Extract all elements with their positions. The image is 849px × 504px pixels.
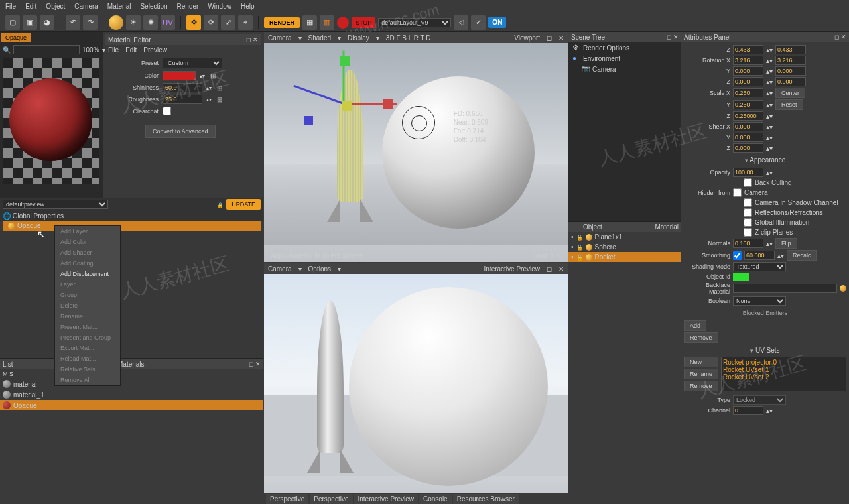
fire-icon[interactable]: ▥ — [320, 15, 334, 30]
move-icon[interactable]: ✥ — [186, 15, 201, 30]
shininess-input[interactable] — [163, 83, 202, 92]
gi-checkbox[interactable] — [744, 218, 752, 227]
spinner-icon[interactable]: ▴▾ — [206, 85, 213, 91]
shearz-input[interactable] — [733, 143, 763, 153]
stop-button[interactable]: STOP — [352, 17, 375, 28]
chevron-down-icon[interactable]: ▾ — [102, 46, 105, 54]
shearx-input[interactable] — [733, 122, 763, 131]
rotz-input[interactable] — [733, 77, 763, 86]
update-button[interactable]: UPDATE — [226, 199, 261, 210]
lock-icon[interactable] — [217, 201, 224, 208]
ctx-item[interactable]: Group — [55, 290, 120, 300]
material-ball-icon[interactable] — [840, 285, 846, 292]
undock-icon[interactable]: ◻ — [246, 36, 251, 43]
tab-interactive-preview[interactable]: Interactive Preview — [354, 494, 418, 504]
menu-file[interactable]: File — [5, 3, 16, 10]
z2-input[interactable] — [775, 45, 806, 54]
sun-icon[interactable]: ✺ — [143, 15, 158, 30]
roughness-input[interactable] — [163, 95, 202, 104]
tab-resources-browser[interactable]: Resources Browser — [453, 494, 519, 504]
close-icon[interactable]: ✕ — [841, 34, 846, 40]
ctx-item[interactable]: Relative Sels — [55, 364, 120, 375]
backculling-checkbox[interactable] — [744, 178, 752, 187]
search-icon[interactable]: 🔍 — [3, 46, 11, 54]
scaley-input[interactable] — [733, 100, 763, 109]
clearcoat-checkbox[interactable] — [163, 107, 171, 115]
light-icon[interactable]: ☀ — [126, 15, 141, 30]
menu-edit[interactable]: Edit — [25, 3, 36, 10]
smoothing-input[interactable] — [744, 251, 775, 260]
material-tab[interactable]: Opaque — [1, 33, 31, 42]
vp-options-menu[interactable]: Options — [308, 265, 331, 273]
tab-perspective[interactable]: Perspective — [266, 494, 308, 504]
me-edit[interactable]: Edit — [125, 46, 137, 54]
default-preview-select[interactable]: defaultpreview — [3, 200, 108, 209]
ctx-item[interactable]: Export Mat... — [55, 343, 120, 353]
rotz2-input[interactable] — [775, 77, 806, 86]
open-icon[interactable]: ▣ — [23, 15, 37, 30]
rotx-input[interactable] — [733, 56, 763, 65]
ctx-item[interactable]: Present Mat... — [55, 322, 120, 332]
me-file[interactable]: File — [108, 46, 119, 54]
close-icon[interactable]: ✕ — [673, 34, 679, 40]
viewport-canvas[interactable]: FD: 0.658Near: 0.609 Far: 0.714Doff: 0.1… — [264, 43, 568, 262]
render-region-icon[interactable]: ▦ — [302, 15, 317, 30]
objectid-swatch[interactable] — [733, 273, 749, 281]
vp-display-menu[interactable]: Display — [348, 34, 369, 42]
on-button[interactable]: ON — [488, 17, 506, 28]
z-input[interactable] — [733, 45, 763, 54]
list-item[interactable]: Opaque — [0, 400, 263, 410]
uvset-item[interactable]: Rocket UVset 2 — [723, 373, 844, 381]
me-preview[interactable]: Preview — [143, 46, 167, 54]
ctx-item-add-displacement[interactable]: Add Displacement — [55, 269, 120, 279]
add-button[interactable]: Add — [684, 320, 706, 331]
sheary-input[interactable] — [733, 133, 763, 142]
uvset-item[interactable]: Rocket projector 0 — [723, 359, 844, 366]
convert-button[interactable]: Convert to Advanced — [145, 125, 216, 138]
redo-icon[interactable]: ↷ — [83, 15, 98, 30]
uv-icon[interactable]: UV — [161, 15, 175, 30]
lock-icon[interactable] — [576, 233, 583, 241]
remove-button[interactable]: Remove — [684, 332, 718, 343]
material-icon[interactable] — [109, 15, 123, 30]
remove-uv-button[interactable]: Remove — [684, 381, 718, 391]
undock-icon[interactable]: ◻ — [249, 361, 253, 367]
save-icon[interactable]: ◕ — [40, 15, 54, 30]
close-icon[interactable]: ✕ — [253, 36, 258, 43]
sphere-object[interactable] — [382, 76, 535, 229]
scene-tree-node[interactable]: ●Environment — [568, 53, 681, 64]
visibility-icon[interactable]: • — [571, 233, 574, 241]
new-button[interactable]: New — [684, 357, 718, 367]
viewport-interactive-preview[interactable]: Camera▾ Options▾ Interactive Preview ◻✕ — [264, 263, 568, 493]
preset-select[interactable]: Custom — [163, 58, 222, 68]
uvset-item[interactable]: Rocket UVset 1 — [723, 366, 844, 373]
vp-camera-menu[interactable]: Camera — [268, 34, 292, 42]
reset-button[interactable]: Reset — [775, 99, 803, 110]
object-row[interactable]: •Sphere — [568, 242, 681, 252]
ctx-item[interactable]: Present and Group — [55, 332, 120, 343]
close-icon[interactable]: ✕ — [558, 265, 564, 273]
opacity-input[interactable] — [733, 168, 763, 177]
menu-camera[interactable]: Camera — [74, 3, 98, 10]
undock-icon[interactable]: ◻ — [547, 34, 552, 42]
rocket-object[interactable] — [330, 70, 370, 229]
vp-camera-menu[interactable]: Camera — [268, 265, 292, 273]
ctx-item[interactable]: Add Shader — [55, 247, 120, 258]
spinner-icon[interactable]: ▴▾ — [200, 73, 206, 79]
material-search-input[interactable] — [13, 45, 80, 54]
layout-select[interactable]: defaultLayout_V9 — [378, 18, 451, 27]
shadingmode-select[interactable]: Textured — [733, 262, 786, 271]
vp-3d-toggles[interactable]: 3D F B L R T D — [386, 34, 431, 42]
vp-shaded-menu[interactable]: Shaded — [308, 34, 331, 42]
ctx-item[interactable]: Delete — [55, 300, 120, 311]
viewport-shaded[interactable]: Camera▾ Shaded▾ Display▾ 3D F B L R T D … — [264, 32, 568, 262]
visibility-icon[interactable]: • — [571, 253, 574, 261]
reflections-checkbox[interactable] — [744, 208, 752, 217]
ctx-item[interactable]: Layer — [55, 279, 120, 290]
layout-save-icon[interactable]: ✓ — [471, 15, 486, 30]
undock-icon[interactable]: ◻ — [834, 34, 839, 40]
tab-console[interactable]: Console — [419, 494, 452, 504]
map-icon[interactable]: ⊞ — [217, 84, 222, 92]
color-swatch[interactable] — [163, 71, 196, 80]
center-button[interactable]: Center — [775, 88, 805, 98]
